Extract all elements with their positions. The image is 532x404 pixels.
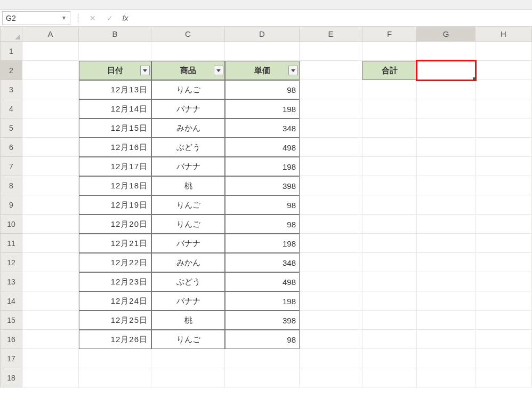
- cell-D18[interactable]: [225, 368, 300, 387]
- cell-D7[interactable]: 198: [225, 157, 300, 176]
- cell-H16[interactable]: [475, 330, 532, 349]
- cell-H2[interactable]: [475, 61, 532, 80]
- row-header-7[interactable]: 7: [0, 157, 22, 176]
- row-header-1[interactable]: 1: [0, 42, 22, 61]
- cell-F1[interactable]: [362, 42, 417, 61]
- cell-H18[interactable]: [475, 368, 532, 387]
- cell-B11[interactable]: 12月21日: [79, 234, 151, 253]
- row-header-16[interactable]: 16: [0, 330, 22, 349]
- cell-H7[interactable]: [475, 157, 532, 176]
- cell-E2[interactable]: [300, 61, 362, 80]
- cell-E1[interactable]: [300, 42, 362, 61]
- cell-F2[interactable]: 合計: [362, 61, 417, 80]
- cell-B12[interactable]: 12月22日: [79, 253, 151, 272]
- cell-H3[interactable]: [475, 80, 532, 99]
- filter-button[interactable]: [140, 66, 150, 75]
- cell-C3[interactable]: りんご: [151, 80, 225, 99]
- cell-C7[interactable]: バナナ: [151, 157, 225, 176]
- cell-H17[interactable]: [475, 349, 532, 368]
- cell-F16[interactable]: [362, 330, 417, 349]
- cell-C15[interactable]: 桃: [151, 311, 225, 330]
- cell-B14[interactable]: 12月24日: [79, 291, 151, 311]
- cell-F9[interactable]: [362, 195, 417, 215]
- chevron-down-icon[interactable]: ▼: [61, 15, 67, 21]
- cell-G11[interactable]: [417, 234, 475, 253]
- cell-B13[interactable]: 12月23日: [79, 272, 151, 291]
- row-header-13[interactable]: 13: [0, 272, 22, 291]
- cell-G12[interactable]: [417, 253, 475, 272]
- cell-C8[interactable]: 桃: [151, 176, 225, 195]
- cell-A11[interactable]: [22, 234, 79, 253]
- cell-F5[interactable]: [362, 118, 417, 138]
- cell-F10[interactable]: [362, 215, 417, 234]
- cell-A9[interactable]: [22, 195, 79, 215]
- cell-H5[interactable]: [475, 118, 532, 138]
- cell-F6[interactable]: [362, 138, 417, 157]
- cell-E15[interactable]: [300, 311, 362, 330]
- cancel-button[interactable]: ✕: [85, 11, 100, 25]
- cell-E7[interactable]: [300, 157, 362, 176]
- cell-D9[interactable]: 98: [225, 195, 300, 215]
- cell-B2[interactable]: 日付: [79, 61, 151, 80]
- cell-H9[interactable]: [475, 195, 532, 215]
- cell-B4[interactable]: 12月14日: [79, 99, 151, 118]
- cell-G14[interactable]: [417, 291, 475, 311]
- cell-F12[interactable]: [362, 253, 417, 272]
- cell-H6[interactable]: [475, 138, 532, 157]
- cell-E3[interactable]: [300, 80, 362, 99]
- cell-F7[interactable]: [362, 157, 417, 176]
- row-header-12[interactable]: 12: [0, 253, 22, 272]
- row-header-15[interactable]: 15: [0, 311, 22, 330]
- cell-C2[interactable]: 商品: [151, 61, 225, 80]
- cell-F4[interactable]: [362, 99, 417, 118]
- cell-E9[interactable]: [300, 195, 362, 215]
- col-header-C[interactable]: C: [151, 27, 225, 42]
- col-header-H[interactable]: H: [475, 27, 532, 42]
- filter-button[interactable]: [214, 66, 223, 75]
- cell-D6[interactable]: 498: [225, 138, 300, 157]
- cell-C13[interactable]: ぶどう: [151, 272, 225, 291]
- cell-A12[interactable]: [22, 253, 79, 272]
- cell-F8[interactable]: [362, 176, 417, 195]
- cell-E8[interactable]: [300, 176, 362, 195]
- cell-A14[interactable]: [22, 291, 79, 311]
- spreadsheet-grid[interactable]: ABCDEFGH12日付商品単価合計312月13日りんご98412月14日バナナ…: [0, 27, 532, 387]
- cell-B5[interactable]: 12月15日: [79, 118, 151, 138]
- cell-E16[interactable]: [300, 330, 362, 349]
- cell-G18[interactable]: [417, 368, 475, 387]
- row-header-17[interactable]: 17: [0, 349, 22, 368]
- cell-F15[interactable]: [362, 311, 417, 330]
- filter-button[interactable]: [288, 66, 298, 75]
- cell-F13[interactable]: [362, 272, 417, 291]
- row-header-8[interactable]: 8: [0, 176, 22, 195]
- cell-D17[interactable]: [225, 349, 300, 368]
- cell-A2[interactable]: [22, 61, 79, 80]
- cell-H8[interactable]: [475, 176, 532, 195]
- cell-E13[interactable]: [300, 272, 362, 291]
- cell-G2[interactable]: [417, 61, 475, 80]
- cell-E5[interactable]: [300, 118, 362, 138]
- cell-C9[interactable]: りんご: [151, 195, 225, 215]
- cell-F3[interactable]: [362, 80, 417, 99]
- cell-C6[interactable]: ぶどう: [151, 138, 225, 157]
- cell-H10[interactable]: [475, 215, 532, 234]
- cell-E17[interactable]: [300, 349, 362, 368]
- cell-A18[interactable]: [22, 368, 79, 387]
- cell-F18[interactable]: [362, 368, 417, 387]
- fx-icon[interactable]: fx: [119, 14, 131, 22]
- cell-B7[interactable]: 12月17日: [79, 157, 151, 176]
- cell-B17[interactable]: [79, 349, 151, 368]
- cell-G10[interactable]: [417, 215, 475, 234]
- cell-E18[interactable]: [300, 368, 362, 387]
- cell-E6[interactable]: [300, 138, 362, 157]
- col-header-B[interactable]: B: [79, 27, 151, 42]
- row-header-2[interactable]: 2: [0, 61, 22, 80]
- cell-C10[interactable]: りんご: [151, 215, 225, 234]
- cell-D15[interactable]: 398: [225, 311, 300, 330]
- cell-C5[interactable]: みかん: [151, 118, 225, 138]
- cell-D10[interactable]: 98: [225, 215, 300, 234]
- cell-B15[interactable]: 12月25日: [79, 311, 151, 330]
- cell-A8[interactable]: [22, 176, 79, 195]
- cell-E10[interactable]: [300, 215, 362, 234]
- cell-A13[interactable]: [22, 272, 79, 291]
